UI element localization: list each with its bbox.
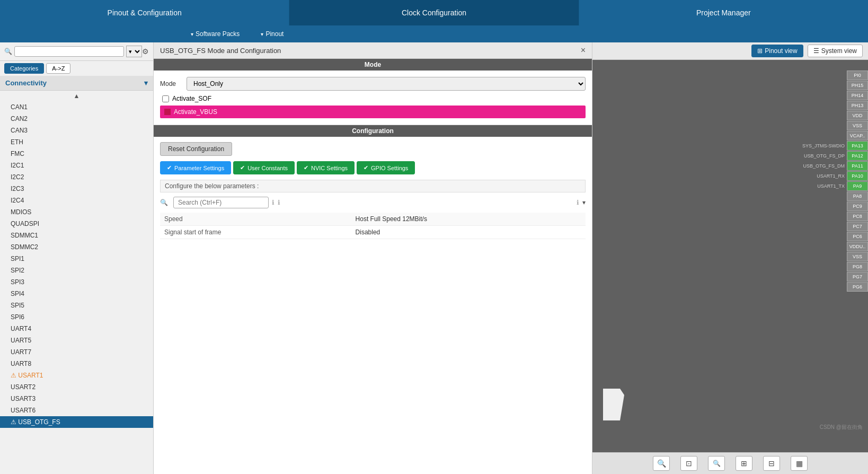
search-input[interactable]	[14, 46, 124, 57]
sidebar-item-spi1[interactable]: SPI1	[0, 253, 153, 265]
sidebar-item-usart1[interactable]: USART1	[0, 370, 153, 381]
sidebar-item-fmc[interactable]: FMC	[0, 148, 153, 160]
info-icon-2[interactable]: ℹ	[278, 199, 280, 206]
pin-vss[interactable]: VSS	[847, 121, 868, 130]
sidebar-item-sdmmc2[interactable]: SDMMC2	[0, 241, 153, 253]
pin-pa12[interactable]: PA12	[847, 151, 868, 161]
layout2-button[interactable]: ⊟	[763, 456, 780, 471]
search-bar: 🔍 ▾ ⚙	[0, 42, 153, 61]
pin-row-pg7: PG7	[802, 272, 868, 282]
pin-pg8[interactable]: PG8	[847, 262, 868, 271]
mode-select[interactable]: Host_Only	[187, 77, 586, 91]
layout1-button[interactable]: ⊞	[736, 456, 752, 471]
nav-pinout[interactable]: ▾ Pinout	[250, 30, 294, 38]
pin-row-pc7: PC7	[802, 222, 868, 231]
sidebar-item-uart4[interactable]: UART4	[0, 323, 153, 335]
activate-vbus-label: Activate_VBUS	[174, 108, 217, 116]
nav-software-packs[interactable]: ▾ Software Packs	[180, 30, 250, 38]
check-icon-nvic: ✔	[304, 164, 308, 171]
pin-pa13[interactable]: PA13	[847, 141, 868, 151]
system-view-button[interactable]: ☰ System view	[808, 45, 863, 57]
pin-pa11[interactable]: PA11	[847, 161, 868, 171]
sidebar-item-usb-otg-fs[interactable]: USB_OTG_FS	[0, 416, 153, 428]
pin-vdd[interactable]: VDD	[847, 111, 868, 120]
tabs-bar: ✔ Parameter Settings ✔ User Constants ✔ …	[160, 161, 586, 174]
search-dropdown[interactable]: ▾	[126, 46, 142, 57]
tab-az[interactable]: A->Z	[46, 63, 70, 74]
sidebar-item-usart3[interactable]: USART3	[0, 393, 153, 405]
nav-project-manager[interactable]: Project Manager	[579, 0, 868, 25]
info-icon-1[interactable]: ℹ	[272, 199, 274, 206]
tab-parameter-settings[interactable]: ✔ Parameter Settings	[160, 161, 231, 174]
zoom-out-button[interactable]: 🔍	[708, 456, 725, 471]
sidebar-item-i2c4[interactable]: I2C4	[0, 195, 153, 206]
param-search-input[interactable]	[173, 197, 269, 208]
scroll-up[interactable]: ▲	[0, 91, 153, 101]
panel-title: USB_OTG_FS Mode and Configuration	[160, 47, 281, 55]
chip-area: PI0 PH15 PH14 PH13 VDD	[592, 60, 868, 452]
pin-pg7[interactable]: PG7	[847, 272, 868, 282]
sidebar-item-spi4[interactable]: SPI4	[0, 288, 153, 300]
tab-gpio-settings[interactable]: ✔ GPIO Settings	[357, 161, 415, 174]
sidebar-item-spi3[interactable]: SPI3	[0, 276, 153, 288]
pin-pc7[interactable]: PC7	[847, 222, 868, 231]
pin-ph13[interactable]: PH13	[847, 101, 868, 110]
pin-ph15[interactable]: PH15	[847, 81, 868, 90]
sidebar-item-spi5[interactable]: SPI5	[0, 300, 153, 311]
sidebar-item-quadspi[interactable]: QUADSPI	[0, 218, 153, 230]
pin-pg6[interactable]: PG6	[847, 282, 868, 292]
sidebar-item-uart5[interactable]: UART5	[0, 335, 153, 346]
pin-pi0[interactable]: PI0	[847, 71, 868, 80]
second-navigation: ▾ Software Packs ▾ Pinout	[0, 25, 868, 42]
system-view-icon: ☰	[813, 47, 819, 55]
pin-vcap[interactable]: VCAP..	[847, 131, 868, 141]
info-icon-3[interactable]: ℹ	[577, 199, 579, 206]
pin-pa9[interactable]: PA9	[847, 181, 868, 191]
pin-pc8[interactable]: PC8	[847, 212, 868, 221]
sidebar-item-eth[interactable]: ETH	[0, 136, 153, 148]
check-icon-gpio: ✔	[364, 164, 368, 171]
pin-pa8[interactable]: PA8	[847, 191, 868, 201]
tab-user-constants[interactable]: ✔ User Constants	[233, 161, 295, 174]
sidebar-item-mdios[interactable]: MDIOS	[0, 206, 153, 218]
sidebar-item-can2[interactable]: CAN2	[0, 113, 153, 125]
sidebar-item-i2c3[interactable]: I2C3	[0, 183, 153, 195]
nav-clock-config[interactable]: Clock Configuration	[289, 0, 579, 25]
tab-nvic-settings[interactable]: ✔ NVIC Settings	[297, 161, 355, 174]
connectivity-header[interactable]: Connectivity ▾	[0, 76, 153, 91]
pin-row-pa9: USART1_TX PA9	[802, 181, 868, 191]
pin-vddu[interactable]: VDDU..	[847, 242, 868, 251]
activate-sof-checkbox[interactable]	[162, 95, 169, 102]
table-row: Signal start of frame Disabled	[160, 226, 586, 239]
sidebar-item-spi2[interactable]: SPI2	[0, 265, 153, 276]
pin-row-vcap: VCAP..	[802, 131, 868, 141]
nav-pinout-config[interactable]: Pinout & Configuration	[0, 0, 289, 25]
pin-vss2[interactable]: VSS	[847, 252, 868, 261]
sidebar-item-spi6[interactable]: SPI6	[0, 311, 153, 323]
pin-pc9[interactable]: PC9	[847, 201, 868, 211]
sidebar-item-uart8[interactable]: UART8	[0, 358, 153, 370]
collapse-button[interactable]: ▾	[582, 199, 586, 206]
sidebar-item-uart7[interactable]: UART7	[0, 346, 153, 358]
layout3-button[interactable]: ▦	[791, 456, 808, 471]
chip-shape	[603, 389, 624, 420]
reset-configuration-button[interactable]: Reset Configuration	[160, 142, 232, 156]
fit-button[interactable]: ⊡	[680, 456, 697, 471]
sidebar-item-sdmmc1[interactable]: SDMMC1	[0, 230, 153, 241]
zoom-in-button[interactable]: 🔍	[653, 456, 670, 471]
close-button[interactable]: ×	[581, 46, 586, 55]
sidebar-item-usart2[interactable]: USART2	[0, 381, 153, 393]
sidebar-item-usart6[interactable]: USART6	[0, 405, 153, 416]
sidebar-item-i2c2[interactable]: I2C2	[0, 171, 153, 183]
tab-categories[interactable]: Categories	[4, 63, 44, 74]
pin-pa10[interactable]: PA10	[847, 171, 868, 181]
settings-button[interactable]: ⚙	[142, 47, 149, 56]
pinout-view-button[interactable]: ⊞ Pinout view	[751, 45, 803, 57]
pin-row-pi0: PI0	[802, 71, 868, 80]
sidebar-item-i2c1[interactable]: I2C1	[0, 160, 153, 171]
sidebar-item-can3[interactable]: CAN3	[0, 125, 153, 136]
sidebar-item-can1[interactable]: CAN1	[0, 101, 153, 113]
pin-ph14[interactable]: PH14	[847, 91, 868, 100]
pin-pc6[interactable]: PC6	[847, 232, 868, 241]
pin-row-vss2: VSS	[802, 252, 868, 261]
